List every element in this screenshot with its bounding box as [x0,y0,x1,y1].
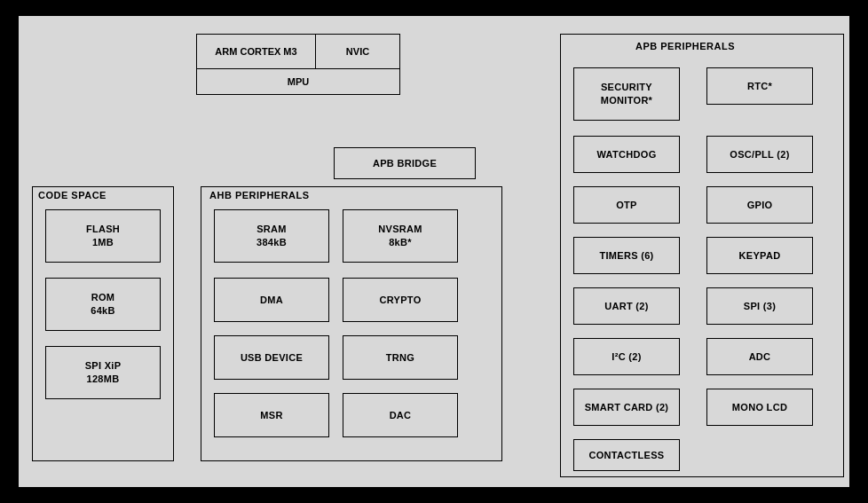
sram-box: SRAM384kB [214,209,329,263]
spi-box: SPI (3) [706,287,813,325]
rom-box: ROM64kB [45,278,161,331]
osc-pll-box: OSC/PLL (2) [706,136,813,173]
flash-box: FLASH1MB [45,209,161,263]
code-space-label: CODE SPACE [38,190,107,200]
msr-box: MSR [214,393,329,437]
arm-cortex-label: ARM CORTEX M3 [197,35,316,68]
uart-box: UART (2) [573,287,680,325]
timers-box: TIMERS (6) [573,237,680,274]
apb-label: APB PERIPHERALS [635,41,735,51]
spi-xip-box: SPI XiP128MB [45,346,161,399]
crypto-box: CRYPTO [343,278,458,322]
contactless-box: CONTACTLESS [573,439,680,471]
gpio-box: GPIO [706,186,813,224]
ahb-label: AHB PERIPHERALS [209,190,310,200]
keypad-box: KEYPAD [706,237,813,274]
smart-card-box: SMART CARD (2) [573,389,680,426]
nvsram-box: NVSRAM8kB* [343,209,458,263]
security-monitor-box: SECURITYMONITOR* [573,67,680,121]
block-diagram: ARM CORTEX M3 NVIC MPU APB BRIDGE CODE S… [17,14,851,489]
otp-box: OTP [573,186,680,224]
apb-bridge-box: APB BRIDGE [334,147,476,179]
watchdog-box: WATCHDOG [573,136,680,173]
dac-box: DAC [343,393,458,437]
mono-lcd-box: MONO LCD [706,389,813,426]
trng-box: TRNG [343,335,458,380]
arm-container: ARM CORTEX M3 NVIC MPU [196,34,400,95]
dma-box: DMA [214,278,329,322]
i2c-box: I²C (2) [573,338,680,375]
rtc-box: RTC* [706,67,813,105]
usb-device-box: USB DEVICE [214,335,329,380]
nvic-label: NVIC [316,35,399,68]
adc-box: ADC [706,338,813,375]
mpu-label: MPU [197,69,399,94]
